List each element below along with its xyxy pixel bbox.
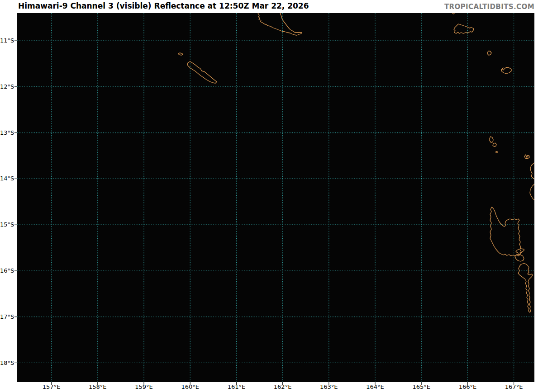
satellite-image-page: Himawari-9 Channel 3 (visible) Reflectan… [0,0,543,392]
lat-tick-label: 18°S [0,359,14,367]
lon-tick-label: 163°E [315,383,343,391]
lon-tick-label: 166°E [454,383,481,391]
lon-tick-label: 159°E [130,383,157,391]
map-canvas [0,0,543,392]
lon-tick-label: 167°E [500,383,528,391]
lat-tick-label: 12°S [0,83,14,91]
lon-tick-label: 162°E [269,383,296,391]
lat-tick-label: 15°S [0,221,14,229]
lon-tick-label: 165°E [408,383,435,391]
lat-tick-label: 11°S [0,37,14,45]
lon-tick-label: 160°E [176,383,204,391]
lat-tick-label: 17°S [0,313,14,321]
satellite-image-area [17,13,534,382]
lon-tick-label: 158°E [84,383,111,391]
lat-tick-label: 14°S [0,175,14,183]
lat-tick-label: 16°S [0,267,14,275]
lon-tick-label: 157°E [38,383,65,391]
lat-tick-label: 13°S [0,129,14,137]
lon-tick-label: 164°E [362,383,389,391]
lon-tick-label: 161°E [223,383,250,391]
